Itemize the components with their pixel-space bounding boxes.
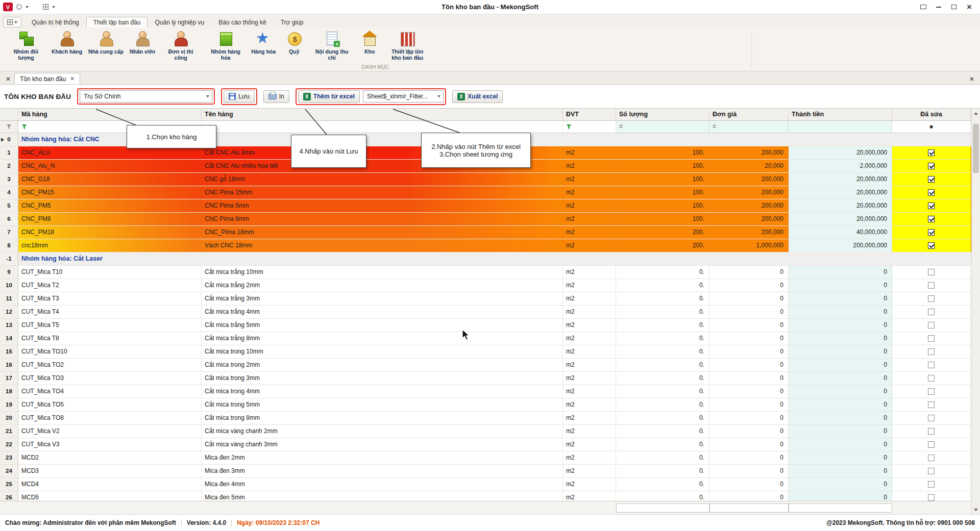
- filter-cell-so-luong[interactable]: =: [616, 121, 709, 133]
- row-header[interactable]: 21: [0, 425, 18, 438]
- row-header[interactable]: 18: [0, 385, 18, 398]
- cell-dvt[interactable]: m2: [563, 146, 616, 159]
- cell-don-gia[interactable]: 200,000: [709, 199, 789, 212]
- table-row[interactable]: 12CUT_Mica T4Cắt mica trắng 4mmm20.00: [0, 306, 971, 319]
- cell-ten-hang[interactable]: Cắt mica trắng 2mm: [202, 279, 563, 292]
- table-row[interactable]: 17CUT_Mica TO3Cắt mica trong 3mmm20.00: [0, 372, 971, 385]
- cell-dvt[interactable]: m2: [563, 279, 616, 292]
- cell-thanh-tien[interactable]: 0: [789, 398, 892, 411]
- cell-da-sua[interactable]: [892, 385, 971, 398]
- table-row[interactable]: 13CUT_Mica T5Cắt mica trắng 5mmm20.00: [0, 319, 971, 332]
- cell-so-luong[interactable]: 0.: [616, 279, 709, 292]
- cell-ma-hang[interactable]: CNC_Alu_N: [18, 160, 202, 172]
- quick-access-menu-icon[interactable]: [43, 4, 48, 10]
- cell-da-sua[interactable]: [892, 292, 971, 305]
- cell-don-gia[interactable]: 0: [709, 306, 789, 318]
- cell-don-gia[interactable]: 20,000: [709, 160, 789, 172]
- cell-ten-hang[interactable]: CNC Pima 5mm: [202, 199, 563, 212]
- close-button[interactable]: ×: [962, 2, 977, 13]
- filter-cell-ten-hang[interactable]: [202, 121, 563, 133]
- cell-so-luong[interactable]: 100.: [616, 199, 709, 212]
- cell-ten-hang[interactable]: Cắt mica vàng chanh 3mm: [202, 438, 563, 451]
- cell-so-luong[interactable]: 100.: [616, 160, 709, 172]
- cell-ten-hang[interactable]: Cắt mica trắng 3mm: [202, 292, 563, 305]
- row-checkbox[interactable]: [928, 335, 935, 342]
- cell-ma-hang[interactable]: CUT_Mica TO2: [18, 359, 202, 371]
- chevron-down-icon[interactable]: [204, 95, 212, 97]
- cell-so-luong[interactable]: 0.: [616, 491, 709, 501]
- row-checkbox[interactable]: [928, 216, 935, 222]
- cell-dvt[interactable]: m2: [563, 425, 616, 438]
- cell-ma-hang[interactable]: CUT_Mica TO3: [18, 372, 202, 385]
- chevron-down-icon[interactable]: [435, 95, 443, 97]
- scrollbar-thumb[interactable]: [973, 124, 979, 173]
- cell-don-gia[interactable]: 0: [709, 319, 789, 332]
- equals-operator-icon[interactable]: =: [713, 121, 716, 133]
- checkbox-indeterminate-icon[interactable]: ■: [929, 121, 933, 133]
- row-checkbox[interactable]: [928, 176, 935, 183]
- cell-don-gia[interactable]: 0: [709, 465, 789, 477]
- cell-thanh-tien[interactable]: 0: [789, 451, 892, 464]
- cell-don-gia[interactable]: 1,000,000: [709, 239, 789, 252]
- tab-close-icon[interactable]: ✕: [70, 75, 75, 82]
- cell-da-sua[interactable]: [892, 173, 971, 186]
- cell-so-luong[interactable]: 0.: [616, 412, 709, 424]
- cell-ma-hang[interactable]: CUT_Mica V2: [18, 425, 202, 438]
- row-header[interactable]: 15: [0, 345, 18, 358]
- scroll-up-icon[interactable]: [972, 109, 980, 117]
- table-row[interactable]: 6CNC_PM8CNC Pima 8mmm2100.200,00020,000,…: [0, 213, 971, 226]
- row-checkbox[interactable]: [928, 163, 935, 169]
- cell-ma-hang[interactable]: MCD5: [18, 491, 202, 501]
- row-header[interactable]: 1: [0, 146, 18, 159]
- row-header[interactable]: 16: [0, 359, 18, 371]
- row-header[interactable]: 22: [0, 438, 18, 451]
- cell-thanh-tien[interactable]: 0: [789, 345, 892, 358]
- cell-ten-hang[interactable]: Vách CNC 18mm: [202, 239, 563, 252]
- table-row[interactable]: 4CNC_PM15CNC Pima 15mmm2100.200,00020,00…: [0, 186, 971, 199]
- print-button[interactable]: In: [263, 90, 289, 103]
- cell-ma-hang[interactable]: CUT_Mica T2: [18, 279, 202, 292]
- cell-da-sua[interactable]: [892, 398, 971, 411]
- cell-don-gia[interactable]: 0: [709, 412, 789, 424]
- cell-don-gia[interactable]: 0: [709, 332, 789, 345]
- column-header-don-gia[interactable]: Đơn giá: [709, 109, 789, 120]
- cell-ten-hang[interactable]: Cắt mica trong 2mm: [202, 359, 563, 371]
- cell-ma-hang[interactable]: CUT_Mica TO4: [18, 385, 202, 398]
- table-row[interactable]: 21CUT_Mica V2Cắt mica vàng chanh 2mmm20.…: [0, 425, 971, 438]
- cell-dvt[interactable]: m2: [563, 266, 616, 279]
- vertical-scrollbar[interactable]: [971, 109, 980, 514]
- column-header-da-sua[interactable]: Đã sửa: [892, 109, 971, 120]
- ribbon-item[interactable]: Nội dung thu chi: [310, 30, 354, 61]
- row-header[interactable]: 19: [0, 398, 18, 411]
- cell-dvt[interactable]: m2: [563, 173, 616, 186]
- cell-so-luong[interactable]: 0.: [616, 306, 709, 318]
- cell-don-gia[interactable]: 0: [709, 491, 789, 501]
- cell-ma-hang[interactable]: CNC_PM5: [18, 199, 202, 212]
- row-header[interactable]: 24: [0, 465, 18, 477]
- cell-ma-hang[interactable]: CUT_Mica TO5: [18, 398, 202, 411]
- cell-don-gia[interactable]: 0: [709, 438, 789, 451]
- table-row[interactable]: 5CNC_PM5CNC Pima 5mmm2100.200,00020,000,…: [0, 199, 971, 213]
- cell-ten-hang[interactable]: Cắt mica trong 4mm: [202, 385, 563, 398]
- cell-ten-hang[interactable]: Cắt mica trắng 4mm: [202, 306, 563, 318]
- sheet-combo[interactable]: Sheet$_xlnm#_Filter...: [363, 90, 444, 103]
- cell-dvt[interactable]: m2: [563, 385, 616, 398]
- cell-da-sua[interactable]: [892, 372, 971, 385]
- cell-dvt[interactable]: m2: [563, 491, 616, 501]
- cell-don-gia[interactable]: 0: [709, 279, 789, 292]
- cell-dvt[interactable]: m2: [563, 359, 616, 371]
- cell-don-gia[interactable]: 200,000: [709, 173, 789, 186]
- chevron-down-icon[interactable]: [26, 6, 29, 8]
- row-checkbox[interactable]: [928, 242, 935, 249]
- cell-dvt[interactable]: m2: [563, 319, 616, 332]
- column-header-ma-hang[interactable]: Mã hàng: [18, 109, 202, 120]
- corner-header-cell[interactable]: [0, 109, 18, 120]
- cell-ten-hang[interactable]: Cắt mica trong 8mm: [202, 412, 563, 424]
- cell-don-gia[interactable]: 0: [709, 266, 789, 279]
- fullscreen-button[interactable]: [916, 2, 931, 13]
- table-row[interactable]: 23MCD2Mica đen 2mmm20.00: [0, 451, 971, 465]
- cell-da-sua[interactable]: [892, 239, 971, 252]
- cell-don-gia[interactable]: 0: [709, 359, 789, 371]
- row-checkbox[interactable]: [928, 401, 935, 408]
- cell-ten-hang[interactable]: Cắt mica trắng 10mm: [202, 266, 563, 279]
